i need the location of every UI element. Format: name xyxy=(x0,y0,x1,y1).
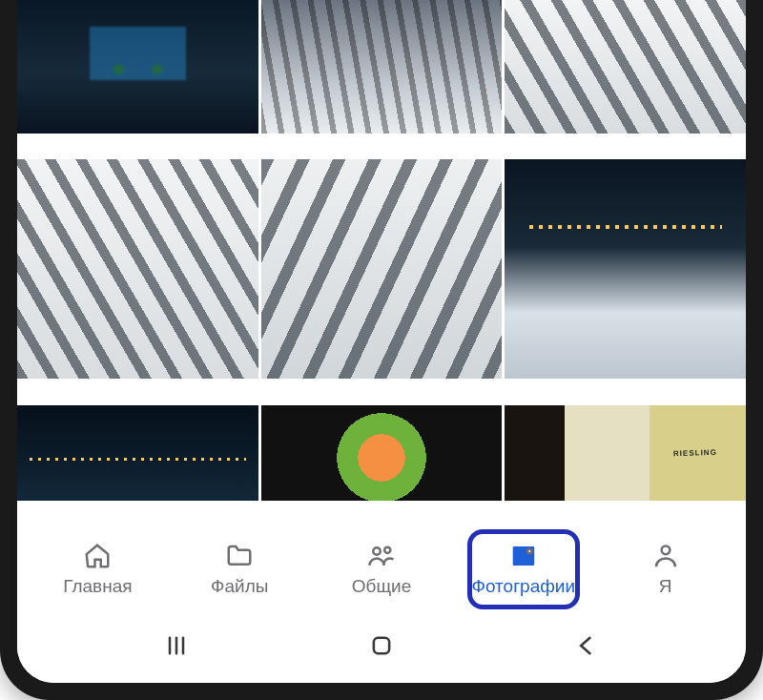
recent-apps-button[interactable] xyxy=(143,627,210,665)
photo-thumbnail[interactable] xyxy=(261,159,503,379)
nav-label: Файлы xyxy=(211,576,268,597)
home-button[interactable] xyxy=(348,627,415,665)
nav-photos[interactable]: Фотографии xyxy=(471,531,576,607)
home-system-icon xyxy=(368,632,395,659)
nav-shared[interactable]: Общие xyxy=(329,531,434,607)
photo-thumbnail[interactable] xyxy=(17,159,258,379)
photo-thumbnail[interactable] xyxy=(505,0,746,134)
photo-thumbnail[interactable] xyxy=(261,0,503,134)
photo-thumbnail[interactable] xyxy=(505,405,746,501)
screen: Главная Файлы Общие Фотографии Я xyxy=(17,0,746,683)
app-bottom-nav: Главная Файлы Общие Фотографии Я xyxy=(17,524,746,614)
phone-frame: Главная Файлы Общие Фотографии Я xyxy=(0,0,763,700)
people-icon xyxy=(367,542,396,570)
photo-thumbnail[interactable] xyxy=(17,0,258,134)
nav-label: Общие xyxy=(352,576,411,597)
svg-point-3 xyxy=(661,546,670,554)
recent-apps-icon xyxy=(163,632,190,659)
photo-thumbnail[interactable] xyxy=(505,159,746,379)
svg-point-2 xyxy=(527,548,532,553)
photos-icon xyxy=(509,542,538,570)
nav-files[interactable]: Файлы xyxy=(187,531,292,607)
svg-point-1 xyxy=(384,546,390,552)
nav-label: Фотографии xyxy=(471,576,575,597)
profile-icon xyxy=(651,542,680,570)
photo-thumbnail[interactable] xyxy=(17,405,258,501)
nav-label: Главная xyxy=(63,576,132,597)
folder-icon xyxy=(225,542,254,570)
photo-grid[interactable] xyxy=(17,0,746,524)
photo-thumbnail[interactable] xyxy=(261,405,503,501)
home-icon xyxy=(83,542,112,570)
nav-me[interactable]: Я xyxy=(613,531,718,607)
back-icon xyxy=(573,632,600,659)
system-nav-bar xyxy=(17,614,746,683)
svg-rect-4 xyxy=(374,638,389,653)
nav-home[interactable]: Главная xyxy=(45,531,150,607)
back-button[interactable] xyxy=(553,627,620,665)
svg-point-0 xyxy=(373,547,381,555)
nav-label: Я xyxy=(659,576,672,597)
